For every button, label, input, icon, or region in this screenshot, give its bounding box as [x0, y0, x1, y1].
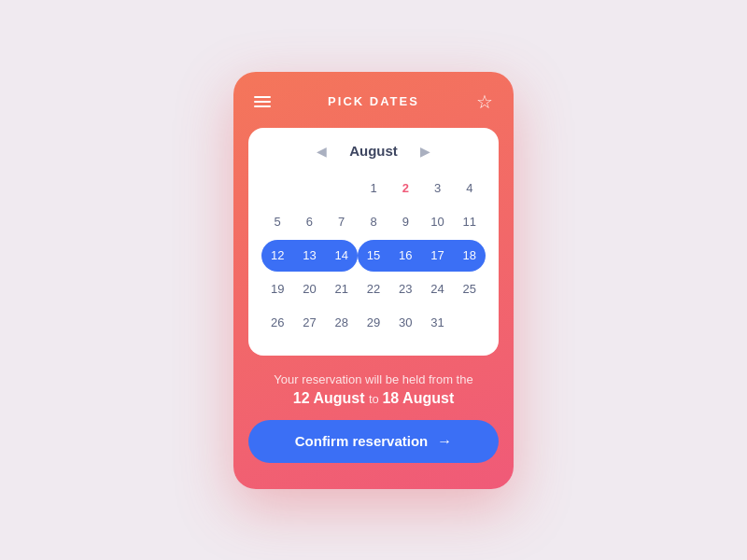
- calendar-day[interactable]: 27: [293, 307, 325, 339]
- confirm-reservation-button[interactable]: Confirm reservation →: [248, 420, 499, 463]
- page-title: PICK DATES: [328, 94, 419, 108]
- calendar-day[interactable]: 10: [421, 206, 453, 238]
- calendar-empty-cell: [293, 173, 325, 204]
- to-label: to: [369, 392, 382, 406]
- next-month-button[interactable]: ▶: [415, 143, 436, 160]
- calendar-day[interactable]: 3: [421, 173, 453, 204]
- end-date: 18 August: [382, 390, 454, 406]
- month-label: August: [349, 143, 398, 159]
- calendar-day[interactable]: 18: [454, 240, 486, 272]
- calendar-day[interactable]: 16: [389, 240, 421, 272]
- calendar-day[interactable]: 30: [389, 307, 421, 339]
- favorite-icon[interactable]: ☆: [476, 92, 493, 111]
- calendar-day[interactable]: 31: [421, 307, 453, 339]
- calendar-day[interactable]: 17: [421, 240, 453, 272]
- calendar-day[interactable]: 20: [293, 273, 325, 305]
- menu-icon[interactable]: [254, 96, 271, 107]
- reservation-info-text: Your reservation will be held from the: [248, 372, 499, 386]
- calendar-day[interactable]: 6: [293, 206, 325, 238]
- calendar-day[interactable]: 25: [454, 273, 486, 305]
- booking-card: PICK DATES ☆ ◀ August ▶ 1234567891011121…: [233, 72, 514, 489]
- month-navigation: ◀ August ▶: [261, 143, 486, 160]
- calendar-day[interactable]: 29: [358, 307, 389, 339]
- calendar-day[interactable]: 24: [421, 273, 453, 305]
- calendar-day[interactable]: 15: [358, 240, 389, 272]
- card-header: PICK DATES ☆: [233, 72, 514, 128]
- prev-month-button[interactable]: ◀: [311, 143, 332, 160]
- calendar-day[interactable]: 7: [326, 206, 358, 238]
- calendar-day[interactable]: 12: [261, 240, 293, 272]
- calendar-day[interactable]: 26: [261, 307, 293, 339]
- reservation-info: Your reservation will be held from the 1…: [248, 372, 499, 407]
- calendar-day[interactable]: 21: [326, 273, 358, 305]
- calendar-day[interactable]: 23: [389, 273, 421, 305]
- calendar-day[interactable]: 22: [358, 273, 389, 305]
- calendar-day[interactable]: 2: [389, 173, 421, 204]
- confirm-button-label: Confirm reservation: [295, 433, 429, 449]
- start-date: 12 August: [293, 390, 365, 406]
- calendar-grid: 1234567891011121314151617181920212223242…: [261, 173, 486, 339]
- calendar-empty-cell: [326, 173, 358, 204]
- calendar-container: ◀ August ▶ 12345678910111213141516171819…: [248, 128, 499, 356]
- calendar-day[interactable]: 13: [293, 240, 325, 272]
- calendar-day[interactable]: 14: [326, 240, 358, 272]
- calendar-day[interactable]: 19: [261, 273, 293, 305]
- arrow-right-icon: →: [437, 433, 452, 450]
- calendar-day[interactable]: 5: [261, 206, 293, 238]
- calendar-day[interactable]: 1: [358, 173, 389, 204]
- date-range-display: 12 August to 18 August: [248, 390, 499, 407]
- calendar-day[interactable]: 11: [454, 206, 486, 238]
- calendar-day[interactable]: 4: [454, 173, 486, 204]
- calendar-empty-cell: [261, 173, 293, 204]
- calendar-day[interactable]: 28: [326, 307, 358, 339]
- calendar-day[interactable]: 8: [358, 206, 389, 238]
- calendar-day[interactable]: 9: [389, 206, 421, 238]
